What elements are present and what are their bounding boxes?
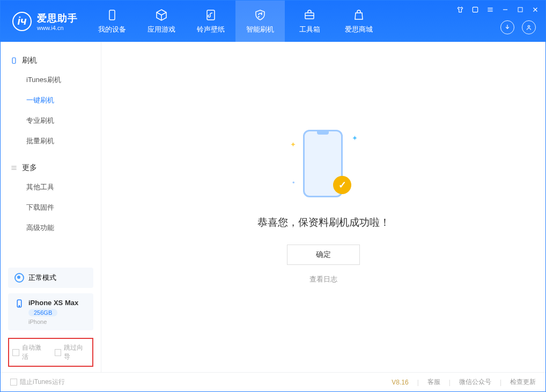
- confirm-button[interactable]: 确定: [287, 245, 360, 265]
- logo-area: iч 爱思助手 www.i4.cn: [1, 12, 87, 31]
- checkbox-skip-guide[interactable]: 跳过向导: [55, 343, 90, 361]
- tab-store[interactable]: 爱思商城: [334, 1, 383, 42]
- svg-rect-0: [109, 10, 115, 20]
- checkbox-icon: [55, 349, 62, 356]
- section-label: 更多: [22, 163, 37, 173]
- sidebar-item-firmware[interactable]: 下载固件: [1, 197, 101, 218]
- close-button[interactable]: [530, 5, 540, 14]
- tab-label: 智能刷机: [246, 25, 274, 34]
- body-area: 刷机 iTunes刷机 一键刷机 专业刷机 批量刷机 更多 其他工具 下载固件 …: [1, 42, 545, 372]
- svg-rect-4: [518, 8, 522, 12]
- sidebar-nav: 刷机 iTunes刷机 一键刷机 专业刷机 批量刷机 更多 其他工具 下载固件 …: [1, 42, 101, 262]
- tab-apps[interactable]: 应用游戏: [137, 1, 186, 42]
- success-illustration: ✦ ✦ • ✓: [291, 130, 356, 199]
- window-controls: [455, 5, 540, 14]
- checkbox-icon: [10, 379, 17, 386]
- tab-label: 铃声壁纸: [197, 25, 225, 34]
- app-subtitle: www.i4.cn: [37, 25, 78, 31]
- sidebar-section-flash: 刷机: [1, 51, 101, 70]
- tab-flash[interactable]: 智能刷机: [235, 1, 285, 42]
- download-button[interactable]: [500, 20, 514, 34]
- refresh-shield-icon: [254, 9, 267, 21]
- device-block[interactable]: iPhone XS Max 256GB iPhone: [8, 293, 93, 330]
- checkbox-label: 自动激活: [22, 343, 47, 361]
- tab-label: 我的设备: [98, 25, 126, 34]
- footer-link-wechat[interactable]: 微信公众号: [459, 378, 491, 387]
- status-bar: 阻止iTunes运行 V8.16 | 客服 | 微信公众号 | 检查更新: [1, 372, 545, 391]
- header-actions: [500, 20, 536, 34]
- options-highlight-box: 自动激活 跳过向导: [8, 338, 93, 367]
- footer-link-update[interactable]: 检查更新: [510, 378, 536, 387]
- separator: |: [449, 379, 451, 386]
- sidebar-item-pro-flash[interactable]: 专业刷机: [1, 110, 101, 131]
- device-mode-label: 正常模式: [28, 273, 56, 283]
- separator: |: [417, 379, 419, 386]
- device-type: iPhone: [28, 319, 78, 325]
- tab-my-device[interactable]: 我的设备: [87, 1, 137, 42]
- success-message: 恭喜您，保资料刷机成功啦！: [257, 216, 390, 230]
- phone-icon: [106, 9, 119, 21]
- footer-left: 阻止iTunes运行: [10, 378, 65, 387]
- tab-label: 应用游戏: [147, 25, 175, 34]
- tab-label: 工具箱: [299, 25, 320, 34]
- tab-toolbox[interactable]: 工具箱: [285, 1, 334, 42]
- sidebar-item-itunes-flash[interactable]: iTunes刷机: [1, 70, 101, 90]
- user-button[interactable]: [522, 20, 536, 34]
- logo-text: 爱思助手 www.i4.cn: [37, 12, 78, 31]
- device-info-area: 正常模式 iPhone XS Max 256GB iPhone: [1, 262, 101, 338]
- version-label: V8.16: [392, 379, 408, 386]
- cube-icon: [155, 9, 168, 21]
- app-header: iч 爱思助手 www.i4.cn 我的设备 应用游戏 铃声壁纸 智能刷机 工具…: [1, 1, 545, 42]
- phone-notch: [317, 131, 329, 135]
- maximize-button[interactable]: [515, 5, 525, 14]
- logo-icon: iч: [12, 12, 32, 31]
- sidebar-item-advanced[interactable]: 高级功能: [1, 218, 101, 238]
- list-icon: [10, 164, 18, 172]
- sidebar-section-more: 更多: [1, 159, 101, 177]
- main-content: ✦ ✦ • ✓ 恭喜您，保资料刷机成功啦！ 确定 查看日志: [101, 42, 545, 372]
- checkbox-icon: [12, 349, 19, 356]
- device-storage-badge: 256GB: [28, 309, 57, 316]
- minimize-button[interactable]: [500, 5, 510, 14]
- svg-rect-3: [473, 7, 477, 12]
- checkbox-auto-activate[interactable]: 自动激活: [12, 343, 47, 361]
- footer-link-support[interactable]: 客服: [427, 378, 440, 387]
- mode-icon: [14, 273, 24, 283]
- tab-label: 爱思商城: [345, 25, 373, 34]
- view-log-link[interactable]: 查看日志: [309, 275, 337, 284]
- device-name: iPhone XS Max: [28, 299, 78, 307]
- device-icon: [10, 57, 18, 64]
- app-title: 爱思助手: [37, 12, 78, 25]
- checkbox-block-itunes[interactable]: 阻止iTunes运行: [10, 378, 65, 387]
- checkbox-label: 阻止iTunes运行: [20, 378, 65, 387]
- svg-rect-6: [12, 58, 16, 64]
- skin-icon[interactable]: [455, 5, 465, 14]
- svg-point-8: [19, 306, 20, 307]
- music-file-icon: [204, 9, 217, 21]
- device-mode-block[interactable]: 正常模式: [8, 268, 93, 288]
- sidebar-item-other-tools[interactable]: 其他工具: [1, 177, 101, 197]
- checkmark-badge-icon: ✓: [333, 176, 351, 194]
- sidebar: 刷机 iTunes刷机 一键刷机 专业刷机 批量刷机 更多 其他工具 下载固件 …: [1, 42, 101, 372]
- toolbox-icon: [303, 9, 316, 21]
- checkbox-label: 跳过向导: [64, 343, 89, 361]
- main-tabs: 我的设备 应用游戏 铃声壁纸 智能刷机 工具箱 爱思商城: [87, 1, 383, 42]
- sidebar-item-batch-flash[interactable]: 批量刷机: [1, 131, 101, 151]
- sparkle-icon: •: [292, 179, 295, 187]
- feedback-icon[interactable]: [470, 5, 480, 14]
- sparkle-icon: ✦: [290, 140, 296, 149]
- menu-icon[interactable]: [485, 5, 495, 14]
- svg-point-5: [528, 26, 530, 28]
- sidebar-item-oneclick-flash[interactable]: 一键刷机: [1, 90, 101, 110]
- sparkle-icon: ✦: [352, 134, 358, 142]
- footer-right: V8.16 | 客服 | 微信公众号 | 检查更新: [392, 378, 536, 387]
- phone-icon: [14, 299, 24, 308]
- separator: |: [500, 379, 501, 386]
- bag-icon: [352, 9, 365, 21]
- tab-ringtone[interactable]: 铃声壁纸: [186, 1, 235, 42]
- section-label: 刷机: [22, 56, 37, 65]
- device-details: iPhone XS Max 256GB iPhone: [28, 299, 78, 325]
